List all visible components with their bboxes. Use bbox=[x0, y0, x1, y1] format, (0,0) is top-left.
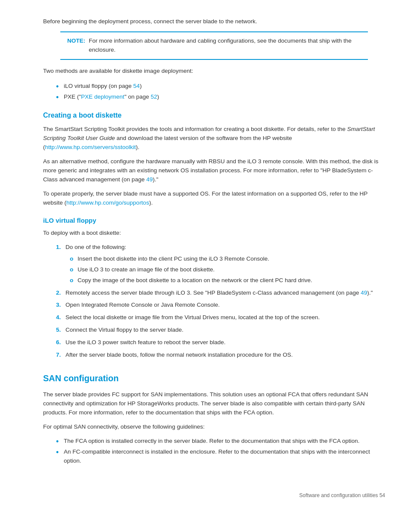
creating-boot-para2: As an alternative method, configure the … bbox=[43, 157, 385, 184]
creating-boot-para1: The SmartStart Scripting Toolkit provide… bbox=[43, 125, 385, 152]
page-footer: Software and configuration utilities 54 bbox=[43, 492, 385, 500]
ilo-virtual-intro: To deploy with a boot diskette: bbox=[43, 229, 385, 238]
footer-text: Software and configuration utilities 54 bbox=[299, 492, 385, 498]
sstoolkit-link[interactable]: http://www.hp.com/servers/sstoolkit bbox=[45, 144, 136, 150]
page49-link2[interactable]: 49 bbox=[361, 289, 367, 296]
list-item: Copy the image of the boot diskette to a… bbox=[70, 276, 385, 285]
list-item: After the server blade boots, follow the… bbox=[56, 351, 385, 360]
list-item: Open Integrated Remote Console or Java R… bbox=[56, 301, 385, 310]
creating-boot-para3: To operate properly, the server blade mu… bbox=[43, 190, 385, 208]
note-label: NOTE: bbox=[67, 37, 85, 55]
san-bullet-list: The FCA option is installed correctly in… bbox=[56, 437, 385, 466]
san-para1: The server blade provides FC support for… bbox=[43, 390, 385, 417]
ilo-steps-list: Do one of the following: Insert the boot… bbox=[56, 243, 385, 360]
list-item: The FCA option is installed correctly in… bbox=[56, 437, 385, 446]
list-item: Select the local diskette or image file … bbox=[56, 313, 385, 322]
list-item: Connect the Virtual floppy to the server… bbox=[56, 326, 385, 335]
ilo-floppy-link[interactable]: 54 bbox=[133, 83, 140, 89]
list-item: Insert the boot diskette into the client… bbox=[70, 255, 385, 264]
pxe-deployment-link[interactable]: PXE deployment bbox=[81, 93, 125, 100]
pxe-page-link[interactable]: 52 bbox=[151, 93, 157, 100]
san-config-heading: SAN configuration bbox=[43, 372, 385, 385]
supportos-link[interactable]: http://www.hp.com/go/supportos bbox=[66, 199, 149, 206]
methods-list: iLO virtual floppy (on page 54) PXE ("PX… bbox=[56, 82, 385, 102]
san-para2: For optimal SAN connectivity, observe th… bbox=[43, 423, 385, 432]
note-text: For more information about hardware and … bbox=[89, 37, 361, 55]
page49-link1[interactable]: 49 bbox=[146, 176, 153, 183]
list-item: Use the iLO 3 power switch feature to re… bbox=[56, 338, 385, 347]
list-item: iLO virtual floppy (on page 54) bbox=[56, 82, 385, 91]
sub-list: Insert the boot diskette into the client… bbox=[70, 255, 385, 285]
list-item: Remotely access the server blade through… bbox=[56, 289, 385, 298]
ilo-virtual-heading: iLO virtual floppy bbox=[43, 215, 385, 225]
intro-paragraph: Before beginning the deployment process,… bbox=[43, 17, 385, 26]
list-item: Do one of the following: Insert the boot… bbox=[56, 243, 385, 285]
list-item: Use iLO 3 to create an image file of the… bbox=[70, 265, 385, 274]
methods-intro: Two methods are available for diskette i… bbox=[43, 67, 385, 76]
note-box: NOTE: For more information about hardwar… bbox=[60, 31, 368, 60]
list-item: An FC-compatible interconnect is install… bbox=[56, 448, 385, 466]
creating-boot-heading: Creating a boot diskette bbox=[43, 110, 385, 121]
list-item: PXE ("PXE deployment" on page 52) bbox=[56, 93, 385, 102]
